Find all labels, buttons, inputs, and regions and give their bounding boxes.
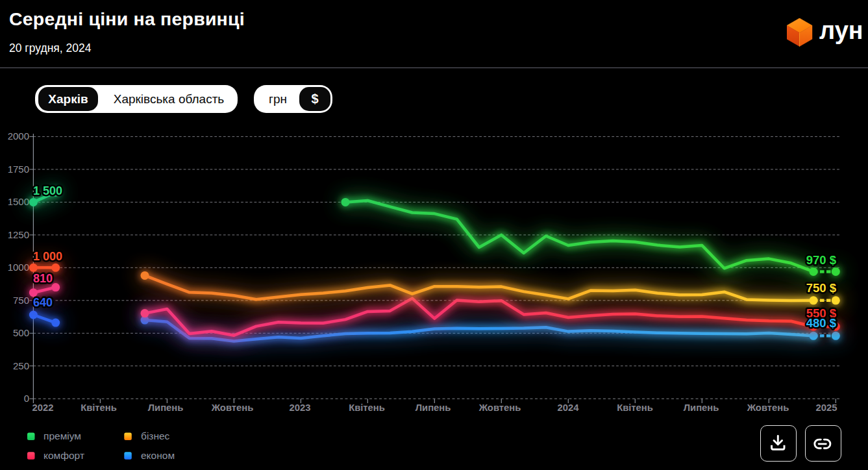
svg-text:преміум: преміум: [43, 430, 81, 441]
svg-text:750 $: 750 $: [806, 281, 837, 295]
svg-text:2024: 2024: [558, 402, 580, 413]
svg-text:Липень: Липень: [148, 402, 184, 413]
svg-text:2025: 2025: [816, 402, 837, 413]
svg-text:2023: 2023: [290, 402, 311, 413]
svg-text:2000: 2000: [8, 130, 29, 142]
svg-text:Квітень: Квітень: [81, 402, 117, 413]
svg-text:810: 810: [33, 272, 53, 285]
svg-text:Квітень: Квітень: [349, 402, 385, 413]
svg-text:1 500: 1 500: [33, 184, 62, 197]
svg-text:640: 640: [33, 296, 53, 309]
svg-text:Липень: Липень: [415, 402, 451, 413]
svg-text:1 000: 1 000: [33, 250, 62, 263]
svg-text:1000: 1000: [8, 262, 29, 273]
svg-text:0: 0: [24, 393, 29, 404]
svg-text:Жовтень: Жовтень: [747, 402, 789, 413]
svg-text:750: 750: [13, 295, 29, 306]
svg-text:480 $: 480 $: [806, 316, 837, 330]
svg-text:Жовтень: Жовтень: [211, 402, 254, 413]
svg-text:економ: економ: [141, 450, 175, 461]
svg-text:бізнес: бізнес: [141, 430, 170, 441]
svg-text:комфорт: комфорт: [43, 450, 84, 461]
svg-text:1500: 1500: [8, 196, 29, 207]
svg-text:Липень: Липень: [684, 402, 719, 413]
svg-text:1750: 1750: [8, 164, 29, 175]
svg-text:Квітень: Квітень: [617, 402, 653, 413]
svg-text:Жовтень: Жовтень: [478, 402, 521, 413]
svg-text:970 $: 970 $: [806, 253, 837, 267]
svg-text:500: 500: [13, 327, 29, 338]
svg-text:2022: 2022: [32, 402, 54, 413]
svg-text:250: 250: [13, 360, 29, 371]
svg-text:1250: 1250: [8, 229, 29, 240]
